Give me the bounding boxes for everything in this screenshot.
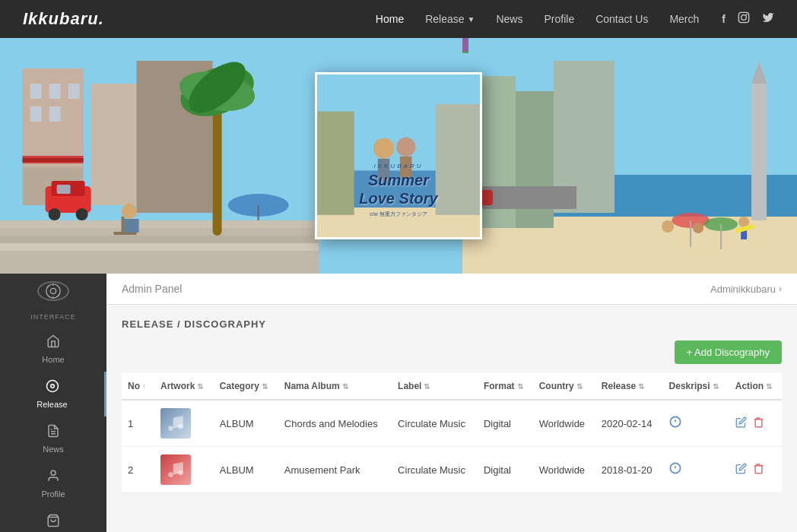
deskripsi-link[interactable] [669,417,681,430]
brand-logo[interactable]: Ikkubaru. [23,9,104,29]
content-area: Admin Panel Adminikkubaru › RELEASE / DI… [106,274,797,532]
svg-point-66 [50,288,56,293]
col-category: Category⇅ [214,373,278,400]
table-row: 2 ALBUM Amusement Park Circulate Music D… [122,447,782,493]
col-artwork: Artwork⇅ [154,373,214,400]
svg-rect-14 [49,106,61,122]
home-icon [46,334,60,352]
cell-label: Circulate Music [392,400,478,447]
svg-point-72 [50,385,54,388]
col-album-name: Nama Album⇅ [278,373,392,400]
instagram-icon[interactable] [738,11,750,27]
svg-rect-47 [751,84,767,220]
sidebar-item-release[interactable]: Release [0,372,106,416]
svg-rect-0 [738,12,748,22]
sidebar-item-news[interactable]: News [0,416,106,461]
nav-profile[interactable]: Profile [544,13,574,25]
svg-rect-13 [30,106,42,122]
svg-rect-11 [49,84,61,99]
sidebar-item-home[interactable]: Home [0,327,106,372]
cell-action [729,400,782,447]
sidebar-home-label: Home [42,355,64,364]
col-action: Action⇅ [729,373,782,400]
svg-point-75 [51,470,56,475]
admin-username: Adminikkubaru [710,283,776,295]
cell-deskripsi [663,447,729,493]
hero-section: IKKUBARU Summer Love Story c/w 無重力ファンタジア [0,38,797,274]
svg-point-61 [373,138,394,159]
sidebar-item-merch[interactable]: Merch [0,506,106,532]
svg-rect-12 [68,84,80,99]
col-deskripsi: Deskripsi⇅ [663,373,729,400]
cell-deskripsi [663,400,729,447]
svg-point-51 [693,223,703,233]
cell-album-name: Amusement Park [278,447,392,493]
deskripsi-link[interactable] [669,464,681,477]
admin-user[interactable]: Adminikkubaru › [710,283,782,295]
svg-line-69 [48,286,49,287]
add-discography-button[interactable]: + Add Discography [675,340,782,364]
main-layout: INTERFACE Home Release News Profile [0,274,797,532]
dropdown-arrow: ▼ [468,15,475,24]
sidebar-logo [37,281,69,301]
col-release: Release⇅ [595,373,663,400]
cell-no: 2 [122,447,154,493]
table-header-row: No↑ Artwork⇅ Category⇅ Nama Album⇅ Label… [122,373,782,400]
svg-rect-9 [23,158,84,162]
social-links: f [722,11,774,27]
facebook-icon[interactable]: f [722,13,726,25]
cell-artwork [154,447,214,493]
cell-country: Worldwide [533,400,595,447]
album-cover: IKKUBARU Summer Love Story c/w 無重力ファンタジア [315,72,482,239]
col-format: Format⇅ [478,373,533,400]
svg-point-17 [49,208,61,220]
release-icon [46,379,59,397]
svg-rect-24 [0,236,319,243]
edit-button[interactable] [735,416,747,430]
svg-rect-60 [436,104,480,215]
sidebar-section-label: INTERFACE [30,313,76,321]
col-country: Country⇅ [533,373,595,400]
album-title: Summer Love Story [359,171,437,207]
svg-rect-34 [124,219,139,233]
svg-point-63 [396,138,415,157]
svg-rect-10 [30,84,42,99]
svg-point-2 [746,14,748,15]
sidebar-item-profile[interactable]: Profile [0,461,106,506]
cell-category: ALBUM [214,400,278,447]
nav-links: Home Release ▼ News Profile Contact Us M… [376,13,700,25]
cell-category: ALBUM [214,447,278,493]
sidebar: INTERFACE Home Release News Profile [0,274,106,532]
svg-point-71 [46,381,58,392]
svg-rect-59 [317,112,354,215]
svg-line-70 [58,296,59,296]
svg-rect-22 [0,220,319,228]
svg-point-82 [168,472,173,477]
album-brand: IKKUBARU [359,163,437,169]
nav-contact[interactable]: Contact Us [595,13,648,25]
svg-point-33 [122,204,137,219]
top-navigation: Ikkubaru. Home Release ▼ News Profile Co… [0,0,797,38]
cell-label: Circulate Music [392,447,478,493]
nav-release-dropdown[interactable]: Release ▼ [425,13,475,25]
svg-point-78 [178,424,183,429]
twitter-icon[interactable] [762,11,774,27]
admin-header: Admin Panel Adminikkubaru › [106,274,797,305]
nav-news[interactable]: News [496,13,522,25]
cell-release: 2020-02-14 [595,400,663,447]
delete-button[interactable] [753,463,764,477]
edit-button[interactable] [735,463,747,477]
cell-country: Worldwide [533,447,595,493]
cell-album-name: Chords and Melodies [278,400,392,447]
sidebar-news-label: News [43,445,64,454]
svg-point-83 [178,470,183,476]
nav-merch[interactable]: Merch [669,13,699,25]
admin-chevron: › [779,283,782,294]
admin-panel-title: Admin Panel [122,283,182,295]
svg-point-1 [741,15,747,21]
cell-format: Digital [478,447,533,493]
delete-button[interactable] [753,416,764,430]
nav-home[interactable]: Home [376,13,404,25]
svg-rect-52 [462,38,468,52]
table-row: 1 ALBUM Chords and Melodies Circulate Mu… [122,400,782,447]
